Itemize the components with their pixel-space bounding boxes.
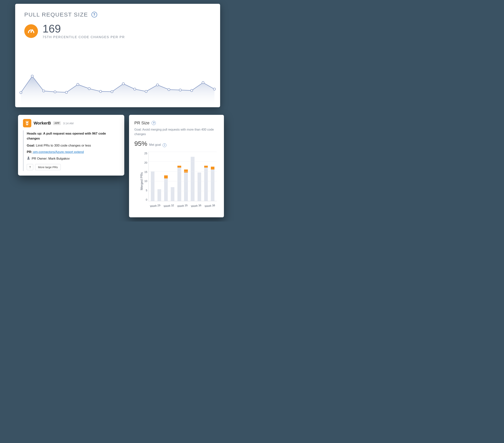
x-tick: Week 36 xyxy=(189,202,203,211)
metric-value: 169 xyxy=(42,23,125,34)
bar-chart: Merged PRs 2520151050 Week 29Week 32Week… xyxy=(134,152,219,211)
svg-point-25 xyxy=(28,157,29,158)
y-tick: 10 xyxy=(142,180,147,183)
x-tick: Week 29 xyxy=(148,202,162,211)
bee-icon xyxy=(23,119,31,127)
bar-column xyxy=(203,152,209,201)
svg-point-10 xyxy=(111,91,113,93)
prsize-goal-text: Goal: Avoid merging pull requests with m… xyxy=(134,127,219,136)
gauge-icon xyxy=(24,24,38,38)
heads-up-text: Heads up: A pull request was opened with… xyxy=(27,131,119,141)
bar-column xyxy=(163,152,169,201)
bar-column xyxy=(170,152,176,201)
card-title: PULL REQUEST SIZE xyxy=(24,11,88,18)
svg-point-23 xyxy=(26,121,27,122)
bar-column xyxy=(176,152,182,201)
svg-point-11 xyxy=(122,83,125,85)
bar-column xyxy=(156,152,162,201)
bar-column xyxy=(197,152,202,201)
svg-rect-21 xyxy=(26,123,28,123)
bar-column xyxy=(210,152,216,201)
bar-column xyxy=(150,152,156,201)
goal-label: Goal: xyxy=(27,144,35,147)
met-goal-percent: 95% xyxy=(134,140,147,147)
message-time: 3:14 AM xyxy=(63,122,73,125)
svg-point-17 xyxy=(191,89,193,92)
help-button[interactable]: ? xyxy=(27,164,33,170)
met-goal-label: Met goal xyxy=(149,143,161,147)
x-tick: Week 38 xyxy=(203,202,217,211)
svg-point-15 xyxy=(168,89,170,91)
pr-size-goal-card: PR Size ? Goal: Avoid merging pull reque… xyxy=(129,115,224,217)
svg-point-2 xyxy=(20,92,22,94)
svg-point-16 xyxy=(179,89,181,91)
x-tick: Week 35 xyxy=(175,202,190,211)
sparkline-chart xyxy=(15,58,220,107)
app-name: WorkerB xyxy=(34,121,51,126)
bar-column xyxy=(190,152,196,201)
app-badge: APP xyxy=(53,121,61,125)
pr-label: PR: xyxy=(27,150,32,154)
y-tick: 20 xyxy=(142,161,147,164)
svg-point-14 xyxy=(156,84,159,86)
svg-point-24 xyxy=(27,121,28,122)
person-icon xyxy=(27,156,30,161)
svg-point-20 xyxy=(26,122,28,125)
slack-notification-card: WorkerB APP 3:14 AM Heads up: A pull req… xyxy=(18,115,124,176)
prsize-title: PR Size xyxy=(134,121,149,126)
svg-point-13 xyxy=(145,90,147,93)
info-icon[interactable]: i xyxy=(163,143,166,147)
svg-point-4 xyxy=(42,90,45,92)
svg-rect-22 xyxy=(26,124,28,124)
owner-label: PR Owner: xyxy=(32,157,48,160)
y-tick: 25 xyxy=(142,152,147,155)
svg-point-3 xyxy=(31,75,33,77)
goal-text: Limit PRs to 300 code changes or less xyxy=(35,144,91,147)
svg-point-18 xyxy=(202,81,204,84)
question-mark-icon[interactable]: ? xyxy=(152,121,156,125)
y-tick: 0 xyxy=(142,198,147,201)
svg-point-12 xyxy=(134,88,136,90)
svg-point-6 xyxy=(65,91,68,93)
svg-point-8 xyxy=(88,88,90,90)
y-tick: 15 xyxy=(142,170,147,173)
svg-point-7 xyxy=(77,83,79,86)
svg-point-5 xyxy=(54,91,56,93)
svg-point-19 xyxy=(213,88,216,90)
more-large-prs-button[interactable]: More large PRs xyxy=(35,164,60,170)
x-tick: Week 32 xyxy=(162,202,176,211)
pr-size-summary-card: PULL REQUEST SIZE ? 169 75TH PERCENTILE … xyxy=(15,4,220,107)
y-tick: 5 xyxy=(142,189,147,192)
pr-link[interactable]: pm-connectors/Azure report extend xyxy=(32,150,84,154)
bar-column xyxy=(183,152,189,201)
metric-subtitle: 75TH PERCENTILE CODE CHANGES PER PR xyxy=(42,35,125,39)
question-mark-icon[interactable]: ? xyxy=(91,12,97,18)
owner-name: Mark Bulgakov xyxy=(48,157,70,160)
svg-point-9 xyxy=(99,90,102,93)
